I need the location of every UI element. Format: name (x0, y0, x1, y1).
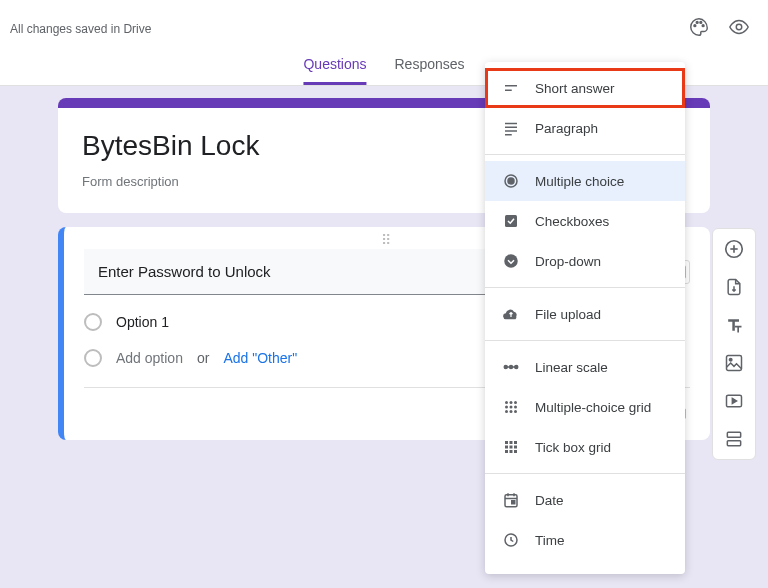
svg-point-23 (510, 401, 513, 404)
tick-grid-icon (501, 437, 521, 457)
linear-scale-icon (501, 357, 521, 377)
or-text: or (197, 350, 209, 366)
preview-icon[interactable] (728, 16, 750, 38)
cloud-upload-icon (501, 304, 521, 324)
svg-point-24 (514, 401, 517, 404)
svg-point-21 (515, 366, 518, 369)
svg-point-25 (505, 406, 508, 409)
svg-point-30 (514, 410, 517, 413)
dd-label: Linear scale (535, 360, 608, 375)
save-status: All changes saved in Drive (10, 22, 151, 36)
svg-point-1 (696, 22, 698, 24)
add-section-button[interactable] (722, 427, 746, 451)
dd-mc-grid[interactable]: Multiple-choice grid (485, 387, 685, 427)
svg-rect-16 (505, 215, 517, 227)
paragraph-icon (501, 118, 521, 138)
svg-point-22 (505, 401, 508, 404)
mc-grid-icon (501, 397, 521, 417)
svg-point-3 (702, 25, 704, 27)
svg-rect-53 (727, 441, 740, 446)
svg-rect-49 (727, 356, 742, 371)
svg-point-4 (736, 24, 742, 30)
add-question-button[interactable] (722, 237, 746, 261)
question-type-dropdown: Short answer Paragraph Multiple choice C… (485, 62, 685, 574)
radio-icon (84, 349, 102, 367)
dropdown-icon (501, 251, 521, 271)
add-title-button[interactable] (722, 313, 746, 337)
dd-label: Paragraph (535, 121, 598, 136)
svg-rect-33 (514, 441, 517, 444)
dd-label: Drop-down (535, 254, 601, 269)
tabs: Questions Responses (303, 56, 464, 85)
dd-label: Multiple choice (535, 174, 624, 189)
dd-paragraph[interactable]: Paragraph (485, 108, 685, 148)
dd-tick-grid[interactable]: Tick box grid (485, 427, 685, 467)
svg-point-28 (505, 410, 508, 413)
dd-linear-scale[interactable]: Linear scale (485, 347, 685, 387)
radio-icon (84, 313, 102, 331)
svg-point-2 (700, 22, 702, 24)
dd-label: Tick box grid (535, 440, 611, 455)
option-label[interactable]: Option 1 (116, 314, 169, 330)
svg-rect-34 (505, 446, 508, 449)
dd-label: Short answer (535, 81, 615, 96)
calendar-icon (501, 490, 521, 510)
svg-rect-35 (510, 446, 513, 449)
svg-point-29 (510, 410, 513, 413)
dd-short-answer[interactable]: Short answer (485, 68, 685, 108)
dd-label: Multiple-choice grid (535, 400, 651, 415)
svg-rect-31 (505, 441, 508, 444)
dd-multiple-choice[interactable]: Multiple choice (485, 161, 685, 201)
svg-point-19 (504, 366, 507, 369)
import-questions-button[interactable] (722, 275, 746, 299)
add-image-toolbar-button[interactable] (722, 351, 746, 375)
checkbox-icon (501, 211, 521, 231)
svg-point-26 (510, 406, 513, 409)
radio-selected-icon (501, 171, 521, 191)
svg-rect-37 (505, 450, 508, 453)
svg-rect-32 (510, 441, 513, 444)
dd-dropdown[interactable]: Drop-down (485, 241, 685, 281)
dd-time[interactable]: Time (485, 520, 685, 560)
svg-rect-38 (510, 450, 513, 453)
dd-checkboxes[interactable]: Checkboxes (485, 201, 685, 241)
tab-responses[interactable]: Responses (395, 56, 465, 85)
svg-point-0 (694, 25, 696, 27)
svg-rect-44 (512, 501, 515, 504)
add-option-button[interactable]: Add option (116, 350, 183, 366)
dd-date[interactable]: Date (485, 480, 685, 520)
svg-point-50 (729, 358, 732, 361)
add-video-button[interactable] (722, 389, 746, 413)
clock-icon (501, 530, 521, 550)
dd-file-upload[interactable]: File upload (485, 294, 685, 334)
svg-rect-52 (727, 432, 740, 437)
svg-point-17 (504, 254, 518, 268)
svg-point-15 (508, 178, 514, 184)
dd-label: Checkboxes (535, 214, 609, 229)
tab-questions[interactable]: Questions (303, 56, 366, 85)
side-toolbar (712, 228, 756, 460)
add-other-button[interactable]: Add "Other" (223, 350, 297, 366)
short-answer-icon (501, 78, 521, 98)
dd-label: Time (535, 533, 565, 548)
svg-point-20 (510, 366, 513, 369)
dd-label: Date (535, 493, 564, 508)
svg-rect-36 (514, 446, 517, 449)
svg-point-27 (514, 406, 517, 409)
svg-rect-39 (514, 450, 517, 453)
dd-label: File upload (535, 307, 601, 322)
palette-icon[interactable] (688, 16, 710, 38)
